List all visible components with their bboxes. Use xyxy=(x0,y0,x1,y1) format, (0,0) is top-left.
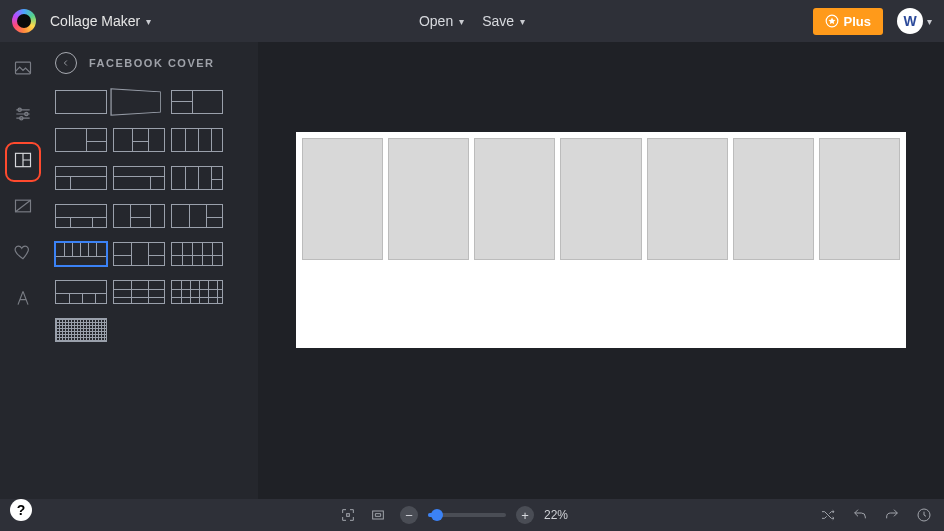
save-button[interactable]: Save ▾ xyxy=(482,13,525,29)
app-logo xyxy=(12,9,36,33)
svg-rect-7 xyxy=(347,514,350,517)
canvas-area[interactable] xyxy=(258,42,944,499)
undo-icon[interactable] xyxy=(852,507,868,523)
template-thumb[interactable] xyxy=(113,280,165,304)
plus-button[interactable]: Plus xyxy=(813,8,883,35)
template-thumb[interactable] xyxy=(55,204,107,228)
chevron-down-icon: ▾ xyxy=(927,16,932,27)
template-thumb[interactable] xyxy=(171,280,223,304)
template-thumb[interactable] xyxy=(55,318,107,342)
zoom-out-button[interactable]: − xyxy=(400,506,418,524)
template-thumb[interactable] xyxy=(171,90,223,114)
collage-cell[interactable] xyxy=(388,138,469,260)
svg-rect-8 xyxy=(373,511,384,519)
rail-image[interactable] xyxy=(13,58,33,82)
avatar: W xyxy=(897,8,923,34)
template-thumb[interactable] xyxy=(113,204,165,228)
collage-canvas[interactable] xyxy=(296,132,906,348)
canvas-row xyxy=(296,132,906,260)
save-label: Save xyxy=(482,13,514,29)
fit-icon[interactable] xyxy=(370,507,386,523)
template-thumb[interactable] xyxy=(113,128,165,152)
history-icon[interactable] xyxy=(916,507,932,523)
bottombar-center: − + 22% xyxy=(340,506,568,524)
plus-label: Plus xyxy=(844,14,871,29)
image-icon xyxy=(13,58,33,78)
zoom-slider[interactable] xyxy=(428,513,506,517)
arrow-left-icon xyxy=(61,58,71,68)
rail-favorites[interactable] xyxy=(13,242,33,266)
bottom-bar: − + 22% xyxy=(0,499,944,531)
template-thumb[interactable] xyxy=(171,204,223,228)
bottombar-right xyxy=(820,507,932,523)
app-name: Collage Maker xyxy=(50,13,140,29)
zoom-controls: − + 22% xyxy=(400,506,568,524)
panel-header: FACEBOOK COVER xyxy=(55,52,248,74)
rail-crop[interactable] xyxy=(13,196,33,220)
svg-rect-1 xyxy=(15,62,30,74)
account-menu[interactable]: W ▾ xyxy=(897,8,932,34)
text-icon xyxy=(13,288,33,308)
open-label: Open xyxy=(419,13,453,29)
main-area: FACEBOOK COVER xyxy=(0,42,944,499)
collage-cell[interactable] xyxy=(819,138,900,260)
focus-icon[interactable] xyxy=(340,507,356,523)
template-panel: FACEBOOK COVER xyxy=(45,42,258,499)
collage-cell[interactable] xyxy=(560,138,641,260)
layout-icon xyxy=(13,150,33,170)
shuffle-icon[interactable] xyxy=(820,507,836,523)
help-button[interactable]: ? xyxy=(10,499,32,521)
collage-cell[interactable] xyxy=(733,138,814,260)
template-thumb[interactable] xyxy=(113,242,165,266)
topbar-center: Open ▾ Save ▾ xyxy=(419,13,525,29)
template-thumb[interactable] xyxy=(113,166,165,190)
template-thumb[interactable] xyxy=(171,242,223,266)
sliders-icon xyxy=(13,104,33,124)
template-grid xyxy=(55,90,248,342)
template-thumb[interactable] xyxy=(55,128,107,152)
back-button[interactable] xyxy=(55,52,77,74)
topbar-right: Plus W ▾ xyxy=(813,8,932,35)
rail-layout[interactable] xyxy=(13,150,33,174)
open-button[interactable]: Open ▾ xyxy=(419,13,464,29)
template-thumb[interactable] xyxy=(55,280,107,304)
template-thumb[interactable] xyxy=(55,166,107,190)
left-rail xyxy=(0,42,45,499)
chevron-down-icon: ▾ xyxy=(146,16,151,27)
collage-cell[interactable] xyxy=(647,138,728,260)
template-thumb xyxy=(113,318,165,342)
template-thumb[interactable] xyxy=(110,88,160,116)
heart-icon xyxy=(13,242,33,262)
collage-cell[interactable] xyxy=(302,138,383,260)
chevron-down-icon: ▾ xyxy=(459,16,464,27)
top-bar: Collage Maker ▾ Open ▾ Save ▾ Plus W ▾ xyxy=(0,0,944,42)
crop-icon xyxy=(13,196,33,216)
star-icon xyxy=(825,14,839,28)
template-thumb[interactable] xyxy=(55,242,107,266)
template-thumb xyxy=(171,318,223,342)
panel-title: FACEBOOK COVER xyxy=(89,57,215,69)
template-thumb[interactable] xyxy=(171,166,223,190)
redo-icon[interactable] xyxy=(884,507,900,523)
template-thumb[interactable] xyxy=(171,128,223,152)
rail-text[interactable] xyxy=(13,288,33,312)
zoom-slider-thumb[interactable] xyxy=(431,509,443,521)
app-switch-dropdown[interactable]: Collage Maker ▾ xyxy=(50,13,151,29)
rail-adjust[interactable] xyxy=(13,104,33,128)
collage-cell[interactable] xyxy=(474,138,555,260)
template-thumb[interactable] xyxy=(55,90,107,114)
chevron-down-icon: ▾ xyxy=(520,16,525,27)
zoom-label: 22% xyxy=(544,508,568,522)
zoom-in-button[interactable]: + xyxy=(516,506,534,524)
